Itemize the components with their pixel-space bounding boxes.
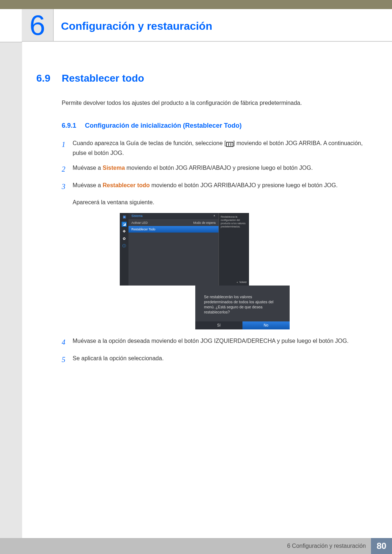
- osd-row-label: Restablecer Todo: [131, 227, 155, 231]
- section-title: Restablecer todo: [62, 73, 144, 84]
- chapter-title: Configuración y restauración: [54, 9, 212, 32]
- settings-icon: ✿: [122, 236, 127, 241]
- footer-page-number: 80: [371, 538, 392, 554]
- osd-menu: ▣ ◪ ✥ ✿ ⓘ Sistema ▲ Activar LED Modo de …: [120, 213, 249, 286]
- step-5: 5 Se aplicará la opción seleccionada.: [62, 353, 363, 366]
- subsection-heading: 6.9.1 Configuración de inicialización (R…: [62, 122, 363, 130]
- step-4: 4 Muévase a la opción deseada moviendo e…: [62, 336, 363, 348]
- picture-icon: ▣: [122, 214, 127, 219]
- info-icon: ⓘ: [122, 243, 127, 249]
- osd-header: Sistema ▲: [128, 213, 219, 219]
- step-text: Cuando aparezca la Guía de teclas de fun…: [73, 138, 363, 158]
- section-intro: Permite devolver todos los ajustes del p…: [62, 99, 363, 107]
- step-number: 4: [62, 336, 73, 348]
- chapter-number: 6: [29, 11, 45, 39]
- left-sidebar: [0, 42, 22, 554]
- osd-sidebar: ▣ ◪ ✥ ✿ ⓘ: [120, 213, 128, 286]
- system-icon: ◪: [122, 222, 127, 227]
- step-2-highlight: Sistema: [103, 165, 125, 171]
- content: 6.9 Restablecer todo Permite devolver to…: [36, 73, 363, 371]
- osd-row-value: Modo de espera: [193, 221, 216, 225]
- step-3-pre: Muévase a: [73, 182, 103, 188]
- step-text: Muévase a Restablecer todo moviendo el b…: [73, 180, 363, 190]
- footer-label: 6 Configuración y restauración: [0, 538, 371, 554]
- steps-list: 1 Cuando aparezca la Guía de teclas de f…: [62, 138, 363, 366]
- subsection-number: 6.9.1: [62, 122, 85, 130]
- confirm-dialog: Se restablecerán los valores predetermin…: [195, 286, 290, 329]
- osd-scroll-indicator: ▲: [213, 214, 216, 218]
- step-3-note: Aparecerá la ventana siguiente.: [73, 198, 363, 207]
- step-number: 1: [62, 138, 73, 151]
- step-2: 2 Muévase a Sistema moviendo el botón JO…: [62, 163, 363, 175]
- dialog-yes-button[interactable]: Sí: [195, 321, 242, 329]
- osd-row-restablecer: Restablecer Todo: [128, 226, 219, 233]
- step-2-post: moviendo el botón JOG ARRIBA/ABAJO y pre…: [125, 165, 313, 171]
- subsection-title: Configuración de inicialización (Restabl…: [85, 122, 242, 130]
- chapter-tab: 6: [22, 9, 54, 41]
- top-accent-bar: [0, 0, 392, 9]
- menu-icon: [226, 142, 233, 147]
- chapter-header: 6 Configuración y restauración: [22, 9, 392, 42]
- step-1: 1 Cuando aparezca la Guía de teclas de f…: [62, 138, 363, 158]
- step-3-highlight: Restablecer todo: [103, 182, 150, 188]
- osd-row-activar-led: Activar LED Modo de espera: [128, 219, 219, 226]
- step-1-pre: Cuando aparezca la Guía de teclas de fun…: [73, 140, 226, 146]
- step-number: 2: [62, 163, 73, 175]
- move-icon: ✥: [122, 229, 127, 234]
- step-3: 3 Muévase a Restablecer todo moviendo el…: [62, 180, 363, 193]
- section-heading: 6.9 Restablecer todo: [36, 73, 363, 84]
- osd-tip-text: Restablezca la configuración del product…: [221, 216, 245, 228]
- dialog-buttons: Sí No: [195, 321, 290, 329]
- osd-main: Sistema ▲ Activar LED Modo de espera Res…: [128, 213, 219, 286]
- section-number: 6.9: [36, 73, 62, 84]
- osd-tip-panel: Restablezca la configuración del product…: [219, 213, 249, 286]
- step-text: Se aplicará la opción seleccionada.: [73, 353, 363, 363]
- step-2-pre: Muévase a: [73, 165, 103, 171]
- dialog-no-button[interactable]: No: [242, 321, 290, 329]
- osd-figure: ▣ ◪ ✥ ✿ ⓘ Sistema ▲ Activar LED Modo de …: [120, 213, 249, 329]
- step-text: Muévase a la opción deseada moviendo el …: [73, 336, 363, 346]
- footer: 6 Configuración y restauración 80: [0, 538, 392, 554]
- osd-row-label: Activar LED: [131, 221, 148, 225]
- step-text: Muévase a Sistema moviendo el botón JOG …: [73, 163, 363, 173]
- osd-header-label: Sistema: [131, 214, 143, 218]
- osd-return: Volver: [236, 280, 247, 284]
- step-number: 3: [62, 180, 73, 193]
- dialog-text: Se restablecerán los valores predetermin…: [195, 291, 290, 321]
- step-3-post: moviendo el botón JOG ARRIBA/ABAJO y pre…: [150, 182, 338, 188]
- step-number: 5: [62, 353, 73, 366]
